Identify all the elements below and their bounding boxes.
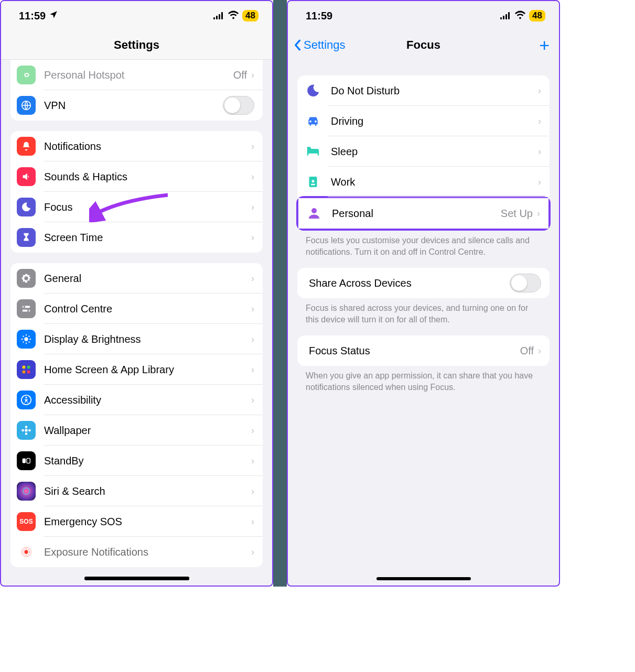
chevron-right-icon: › — [251, 516, 254, 527]
switches-icon — [17, 299, 36, 318]
standby-icon — [17, 451, 36, 470]
row-label: Focus Status — [309, 345, 520, 357]
wifi-icon — [514, 10, 526, 22]
svg-rect-33 — [311, 184, 315, 186]
siri-search-row[interactable]: Siri & Search › — [10, 476, 263, 506]
row-label: Sleep — [331, 146, 538, 158]
svg-rect-30 — [508, 12, 510, 19]
sounds-haptics-row[interactable]: Sounds & Haptics › — [10, 161, 263, 192]
chevron-right-icon: › — [251, 395, 254, 406]
svg-rect-0 — [213, 17, 215, 19]
svg-point-19 — [21, 429, 24, 432]
battery-level: 48 — [529, 10, 545, 21]
accessibility-row[interactable]: Accessibility › — [10, 385, 263, 415]
wallpaper-row[interactable]: Wallpaper › — [10, 415, 263, 446]
svg-rect-2 — [219, 14, 220, 19]
row-label: Exposure Notifications — [44, 546, 251, 558]
globe-icon — [17, 96, 36, 115]
vpn-row[interactable]: VPN — [10, 90, 263, 121]
back-button[interactable]: Settings — [293, 38, 346, 52]
svg-point-15 — [25, 397, 27, 398]
chevron-right-icon: › — [251, 141, 254, 152]
row-label: General — [44, 273, 251, 285]
row-label: Do Not Disturb — [331, 85, 538, 97]
work-row[interactable]: Work › — [297, 167, 550, 197]
row-label: Work — [331, 176, 538, 188]
standby-row[interactable]: StandBy › — [10, 446, 263, 476]
chevron-right-icon: › — [251, 334, 254, 345]
page-title: Settings — [114, 38, 159, 52]
speaker-icon — [17, 167, 36, 186]
clock: 11:59 — [19, 10, 46, 22]
focus-row[interactable]: Focus › — [10, 192, 263, 222]
svg-point-16 — [25, 429, 28, 432]
status-group: Focus Status Off › — [297, 335, 550, 366]
display-brightness-row[interactable]: Display & Brightness › — [10, 324, 263, 354]
row-label: Personal Hotspot — [44, 69, 233, 81]
siri-icon — [17, 482, 36, 501]
person-icon — [305, 204, 324, 223]
vpn-toggle[interactable] — [223, 96, 254, 115]
sos-icon: SOS — [17, 512, 36, 531]
divider — [273, 0, 287, 587]
car-icon — [304, 112, 322, 131]
dnd-row[interactable]: Do Not Disturb › — [297, 75, 550, 106]
settings-screen: 11:59 48 Settings Personal Hotspot Off › — [0, 0, 273, 587]
svg-rect-10 — [23, 366, 26, 369]
svg-point-17 — [25, 426, 28, 428]
chevron-right-icon: › — [251, 547, 254, 558]
chevron-right-icon: › — [251, 456, 254, 467]
add-button[interactable]: + — [539, 35, 550, 56]
wifi-icon — [228, 10, 239, 22]
share-across-row[interactable]: Share Across Devices — [297, 268, 550, 298]
focus-screen: 11:59 48 Settings Focus + Do Not Disturb… — [287, 0, 560, 587]
row-label: Focus — [44, 201, 251, 213]
home-indicator[interactable] — [84, 577, 189, 580]
control-centre-row[interactable]: Control Centre › — [10, 294, 263, 324]
settings-list[interactable]: Personal Hotspot Off › VPN Notifications… — [1, 60, 272, 586]
chevron-right-icon: › — [251, 171, 254, 182]
driving-row[interactable]: Driving › — [297, 106, 550, 136]
exposure-notifications-row[interactable]: Exposure Notifications › — [10, 537, 263, 567]
link-icon — [17, 66, 36, 84]
share-toggle[interactable] — [510, 274, 541, 292]
svg-point-32 — [312, 180, 315, 182]
page-title: Focus — [406, 38, 440, 52]
flower-icon — [17, 421, 36, 440]
row-label: Home Screen & App Library — [44, 364, 251, 376]
navbar: Settings — [1, 30, 272, 60]
moon-icon — [17, 198, 36, 216]
general-row[interactable]: General › — [10, 263, 263, 294]
row-label: Display & Brightness — [44, 333, 251, 345]
row-label: Wallpaper — [44, 425, 251, 437]
row-label: VPN — [44, 100, 223, 112]
svg-rect-12 — [23, 371, 26, 374]
row-label: Notifications — [44, 140, 251, 153]
accessibility-icon — [17, 391, 36, 409]
chevron-right-icon: › — [251, 232, 254, 243]
sun-icon — [17, 330, 36, 349]
screen-time-row[interactable]: Screen Time › — [10, 222, 263, 253]
chevron-right-icon: › — [538, 85, 541, 96]
focus-status-row[interactable]: Focus Status Off › — [297, 335, 550, 366]
notifications-row[interactable]: Notifications › — [10, 131, 263, 161]
svg-point-18 — [25, 432, 28, 435]
row-label: Driving — [331, 115, 538, 127]
personal-hotspot-row[interactable]: Personal Hotspot Off › — [10, 60, 263, 90]
emergency-sos-row[interactable]: SOS Emergency SOS › — [10, 506, 263, 537]
personal-row[interactable]: Personal Set Up › — [298, 198, 548, 229]
chevron-right-icon: › — [538, 146, 541, 157]
focus-list[interactable]: Do Not Disturb › Driving › Sleep › — [288, 60, 559, 586]
chevron-left-icon — [293, 39, 302, 51]
network-group: Personal Hotspot Off › VPN — [10, 60, 263, 121]
home-screen-row[interactable]: Home Screen & App Library › — [10, 354, 263, 385]
sleep-row[interactable]: Sleep › — [297, 136, 550, 167]
row-label: Siri & Search — [44, 485, 251, 497]
chevron-right-icon: › — [251, 486, 254, 497]
svg-point-8 — [27, 310, 29, 312]
modes-footer: Focus lets you customise your devices an… — [288, 231, 559, 257]
location-icon — [49, 10, 58, 22]
row-label: Accessibility — [44, 394, 251, 406]
chevron-right-icon: › — [251, 273, 254, 284]
home-indicator[interactable] — [376, 577, 471, 580]
